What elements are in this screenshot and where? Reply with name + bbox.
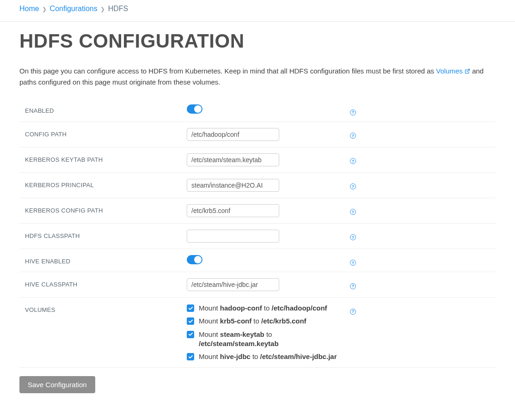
- volumes-link[interactable]: Volumes: [436, 67, 470, 75]
- volume-text: Mount krb5-conf to /etc/krb5.conf: [199, 317, 307, 326]
- row-volumes: VOLUMES Mount hadoop-conf to /etc/hadoop…: [19, 298, 496, 368]
- label-enabled: ENABLED: [25, 104, 187, 114]
- input-hive-classpath[interactable]: [187, 278, 279, 291]
- help-icon[interactable]: ?: [350, 183, 356, 189]
- svg-line-0: [467, 69, 470, 72]
- breadcrumb-current: HDFS: [108, 5, 129, 12]
- breadcrumb-home[interactable]: Home: [19, 5, 39, 12]
- label-hive-enabled: HIVE ENABLED: [25, 255, 187, 265]
- external-link-icon: [465, 67, 470, 77]
- row-enabled: ENABLED ?: [19, 98, 496, 122]
- row-hive-classpath: HIVE CLASSPATH ?: [19, 272, 496, 298]
- help-icon[interactable]: ?: [350, 234, 356, 240]
- input-kerberos-keytab-path[interactable]: [187, 153, 279, 166]
- toggle-enabled[interactable]: [187, 104, 202, 114]
- help-icon[interactable]: ?: [350, 110, 356, 116]
- breadcrumb-configurations[interactable]: Configurations: [50, 5, 98, 12]
- help-icon[interactable]: ?: [350, 158, 356, 164]
- volume-item: Mount steam-keytab to /etc/steam/steam.k…: [187, 330, 350, 349]
- row-kerberos-config-path: KERBEROS CONFIG PATH ?: [19, 198, 496, 224]
- row-hive-enabled: HIVE ENABLED ?: [19, 249, 496, 273]
- toggle-hive-enabled[interactable]: [187, 255, 202, 264]
- label-kerberos-principal: KERBEROS PRINCIPAL: [25, 179, 187, 189]
- input-hdfs-classpath[interactable]: [187, 230, 279, 243]
- input-kerberos-config-path[interactable]: [187, 204, 279, 217]
- row-kerberos-principal: KERBEROS PRINCIPAL ?: [19, 173, 496, 198]
- input-config-path[interactable]: [187, 128, 279, 141]
- help-icon[interactable]: ?: [350, 133, 356, 139]
- checkbox-volume[interactable]: [187, 317, 194, 325]
- help-icon[interactable]: ?: [350, 309, 356, 315]
- help-icon[interactable]: ?: [350, 283, 356, 289]
- volume-text: Mount hive-jdbc to /etc/steam/hive-jdbc.…: [199, 352, 337, 361]
- input-kerberos-principal[interactable]: [187, 179, 279, 192]
- row-hdfs-classpath: HDFS CLASSPATH ?: [19, 224, 496, 249]
- label-hive-classpath: HIVE CLASSPATH: [25, 278, 187, 288]
- label-kerberos-keytab-path: KERBEROS KEYTAB PATH: [25, 153, 187, 163]
- intro-text: On this page you can configure access to…: [19, 66, 496, 87]
- volume-item: Mount hive-jdbc to /etc/steam/hive-jdbc.…: [187, 352, 350, 361]
- help-icon[interactable]: ?: [350, 209, 356, 215]
- row-kerberos-keytab-path: KERBEROS KEYTAB PATH ?: [19, 147, 496, 173]
- chevron-right-icon: ❯: [100, 6, 105, 12]
- volume-text: Mount steam-keytab to /etc/steam/steam.k…: [199, 330, 337, 349]
- label-volumes: VOLUMES: [25, 304, 187, 313]
- label-hdfs-classpath: HDFS CLASSPATH: [25, 230, 187, 239]
- save-configuration-button[interactable]: Save Configuration: [19, 376, 95, 393]
- volume-item: Mount hadoop-conf to /etc/hadoop/conf: [187, 304, 350, 313]
- checkbox-volume[interactable]: [187, 331, 194, 338]
- page-title: HDFS CONFIGURATION: [19, 30, 496, 52]
- help-icon[interactable]: ?: [350, 260, 356, 266]
- chevron-right-icon: ❯: [42, 6, 47, 12]
- checkbox-volume[interactable]: [187, 353, 194, 360]
- label-config-path: CONFIG PATH: [25, 128, 187, 138]
- volumes-list: Mount hadoop-conf to /etc/hadoop/conf Mo…: [187, 304, 350, 361]
- checkbox-volume[interactable]: [187, 304, 194, 312]
- breadcrumb: Home ❯ Configurations ❯ HDFS: [0, 0, 515, 21]
- row-config-path: CONFIG PATH ?: [19, 122, 496, 147]
- label-kerberos-config-path: KERBEROS CONFIG PATH: [25, 204, 187, 214]
- volume-item: Mount krb5-conf to /etc/krb5.conf: [187, 317, 350, 326]
- volume-text: Mount hadoop-conf to /etc/hadoop/conf: [199, 304, 327, 313]
